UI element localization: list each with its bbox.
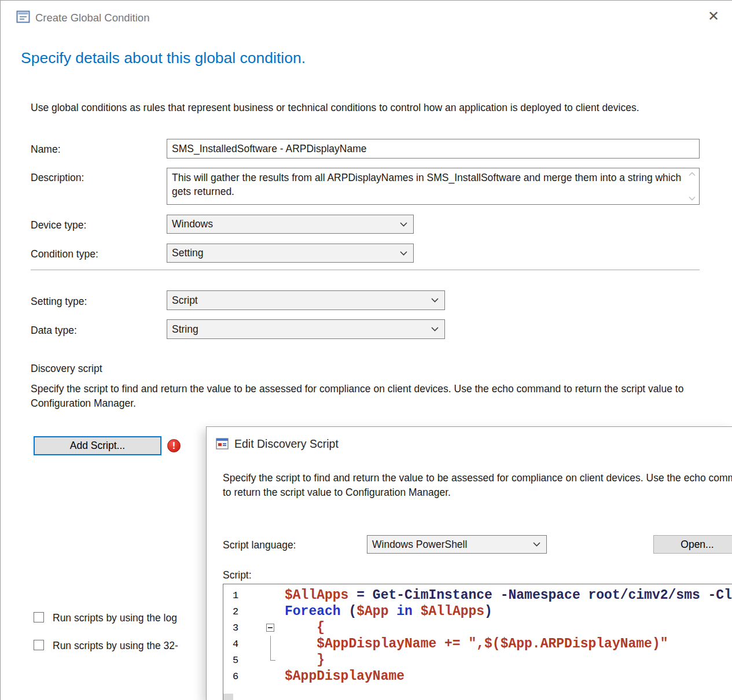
code-text: { xyxy=(278,620,325,635)
fold-margin xyxy=(259,652,278,668)
script-language-select[interactable]: Windows PowerShell xyxy=(367,535,547,554)
script-label: Script: xyxy=(223,569,252,581)
condition-type-select[interactable]: Setting xyxy=(167,244,414,263)
scroll-down-icon xyxy=(689,196,696,201)
name-input[interactable] xyxy=(167,139,700,159)
code-text: $AppDisplayName += ",$($App.ARPDisplayNa… xyxy=(278,636,668,651)
setting-type-select[interactable]: Script xyxy=(167,290,445,310)
line-number: 5 xyxy=(223,655,259,666)
line-number: 1 xyxy=(223,590,259,601)
device-type-value: Windows xyxy=(172,218,213,230)
code-line-2[interactable]: 2Foreach ($App in $AllApps) xyxy=(223,603,732,620)
code-text: Foreach ($App in $AllApps) xyxy=(278,604,492,619)
description-input[interactable]: This will gather the results from all AR… xyxy=(167,168,700,205)
device-type-label: Device type: xyxy=(31,219,86,231)
chevron-down-icon xyxy=(400,222,407,227)
add-script-button[interactable]: Add Script... xyxy=(34,436,161,455)
chevron-down-icon xyxy=(400,251,407,256)
intro-text: Use global conditions as rules that repr… xyxy=(31,101,696,115)
scroll-up-icon xyxy=(689,172,696,176)
script-editor-lines: 1$AllApps = Get-CimInstance -Namespace r… xyxy=(223,584,732,684)
code-line-6[interactable]: 6$AppDisplayName xyxy=(223,668,732,684)
run-32bit-label: Run scripts by using the 32- xyxy=(53,640,178,652)
create-global-condition-window: Create Global Condition ✕ Specify detail… xyxy=(0,0,732,700)
chevron-down-icon xyxy=(431,327,439,331)
chevron-down-icon xyxy=(431,298,439,303)
edit-dialog-title: Edit Discovery Script xyxy=(234,437,339,451)
condition-type-label: Condition type: xyxy=(31,248,98,260)
data-type-select[interactable]: String xyxy=(167,319,445,339)
run-32bit-checkbox[interactable] xyxy=(34,640,44,650)
data-type-label: Data type: xyxy=(31,325,77,337)
code-line-3[interactable]: 3 { xyxy=(223,620,732,636)
code-line-4[interactable]: 4 $AppDisplayName += ",$($App.ARPDisplay… xyxy=(223,636,732,652)
error-icon: ! xyxy=(167,439,181,452)
section-separator xyxy=(31,270,700,271)
line-number: 2 xyxy=(223,606,259,617)
description-label: Description: xyxy=(31,172,84,184)
discovery-script-label: Discovery script xyxy=(31,363,102,375)
device-type-select[interactable]: Windows xyxy=(167,215,414,234)
open-button[interactable]: Open... xyxy=(653,535,732,554)
close-button[interactable]: ✕ xyxy=(708,8,719,24)
discovery-instructions: Specify the script to find and return th… xyxy=(31,382,693,411)
edit-script-dialog-icon xyxy=(216,438,229,450)
code-text: $AppDisplayName xyxy=(278,669,404,684)
window-icon xyxy=(16,10,30,23)
fold-margin xyxy=(259,603,278,620)
description-text: This will gather the results from all AR… xyxy=(172,172,681,197)
page-heading: Specify details about this global condit… xyxy=(21,49,306,67)
script-language-label: Script language: xyxy=(223,539,296,551)
script-language-value: Windows PowerShell xyxy=(372,539,467,551)
fold-margin xyxy=(259,587,278,603)
line-number: 3 xyxy=(223,622,259,633)
chevron-down-icon xyxy=(533,542,540,547)
fold-margin xyxy=(259,668,278,684)
line-number: 6 xyxy=(223,671,259,682)
description-scrollbar[interactable] xyxy=(686,170,698,203)
editor-scrollbar-button[interactable] xyxy=(223,694,233,700)
script-editor[interactable]: 1$AllApps = Get-CimInstance -Namespace r… xyxy=(223,584,732,700)
line-number: 4 xyxy=(223,639,259,650)
run-logged-on-user-label: Run scripts by using the log xyxy=(53,612,177,624)
edit-dialog-instructions-line1: Specify the script to find and return th… xyxy=(223,472,732,484)
window-title: Create Global Condition xyxy=(35,12,149,24)
edit-dialog-instructions-line2: to return the script value to Configurat… xyxy=(223,487,451,499)
data-type-value: String xyxy=(172,323,198,336)
fold-collapse-icon[interactable] xyxy=(259,620,278,636)
run-logged-on-user-checkbox[interactable] xyxy=(34,612,44,622)
condition-type-value: Setting xyxy=(172,247,203,259)
setting-type-value: Script xyxy=(172,294,198,307)
edit-discovery-script-dialog: Edit Discovery Script Specify the script… xyxy=(206,426,732,700)
name-label: Name: xyxy=(31,143,61,156)
code-line-1[interactable]: 1$AllApps = Get-CimInstance -Namespace r… xyxy=(223,587,732,603)
code-line-5[interactable]: 5 } xyxy=(223,652,732,668)
setting-type-label: Setting type: xyxy=(31,296,87,308)
fold-margin xyxy=(259,636,278,652)
code-text: $AllApps = Get-CimInstance -Namespace ro… xyxy=(278,588,732,603)
code-text: } xyxy=(278,653,325,668)
